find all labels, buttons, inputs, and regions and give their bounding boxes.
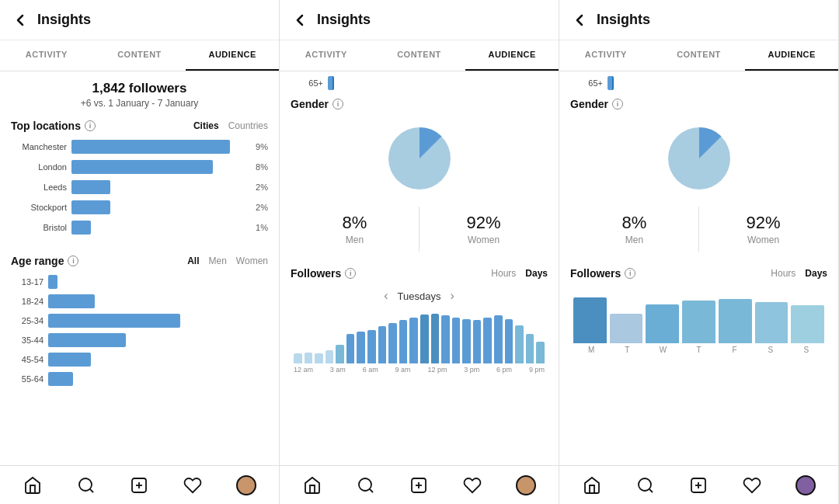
svg-point-12 xyxy=(639,478,651,491)
time-bar-4 xyxy=(336,345,344,364)
age-label-5: 55-64 xyxy=(11,374,44,384)
followers-activity-title-2: Followers i xyxy=(291,267,356,280)
bar-row-leeds: Leeds 2% xyxy=(11,180,268,194)
day-bar-F xyxy=(719,299,752,343)
home-icon-1[interactable] xyxy=(22,474,44,496)
panel-3: Insights ACTIVITY CONTENT AUDIENCE 65+ G… xyxy=(559,0,839,504)
women-pct-2: 92% xyxy=(420,213,548,233)
home-icon-2[interactable] xyxy=(301,474,323,496)
tab-activity-3[interactable]: ACTIVITY xyxy=(559,40,653,71)
women-tab[interactable]: Women xyxy=(236,255,268,266)
age-label-3: 35-44 xyxy=(11,335,44,345)
locations-title: Top locations i xyxy=(11,120,96,132)
content-2: 65+ Gender i 8% Men xyxy=(280,71,559,504)
heart-icon-2[interactable] xyxy=(461,474,483,496)
avatar-2[interactable] xyxy=(515,474,537,496)
content-3: 65+ Gender i 8% Men 92% xyxy=(559,71,838,504)
hours-tab-3[interactable]: Hours xyxy=(771,268,795,279)
age-header: Age range i All Men Women xyxy=(0,247,279,272)
tab-activity-2[interactable]: ACTIVITY xyxy=(280,40,373,71)
add-icon-3[interactable] xyxy=(688,474,709,496)
time-label-3: 9 am xyxy=(395,366,411,374)
days-tab-3[interactable]: Days xyxy=(805,268,827,279)
time-bar-11 xyxy=(409,318,418,364)
men-tab[interactable]: Men xyxy=(209,255,227,266)
followers-count: 1,842 followers xyxy=(11,81,268,96)
tab-activity-1[interactable]: ACTIVITY xyxy=(0,40,93,71)
gender-header-3: Gender i xyxy=(559,90,838,115)
day-bar-W xyxy=(646,304,679,343)
day-bars-3 xyxy=(570,289,827,343)
back-button-3[interactable] xyxy=(570,11,589,30)
tab-audience-2[interactable]: AUDIENCE xyxy=(465,40,559,71)
followers-activity-header-3: Followers i Hours Days xyxy=(559,259,838,284)
bar-pct-3: 2% xyxy=(256,203,268,212)
followers-activity-header-2: Followers i Hours Days xyxy=(280,259,559,284)
day-label-W: W xyxy=(645,346,681,354)
followers-info-icon-2[interactable]: i xyxy=(345,268,356,279)
home-icon-3[interactable] xyxy=(581,474,603,496)
age-row-0: 13-17 xyxy=(11,275,268,289)
day-bar-M xyxy=(573,297,607,344)
header-3: Insights xyxy=(559,0,838,40)
tab-audience-1[interactable]: AUDIENCE xyxy=(186,40,279,71)
tab-audience-3[interactable]: AUDIENCE xyxy=(745,40,838,71)
time-bar-16 xyxy=(462,319,471,363)
avatar-3[interactable] xyxy=(795,474,816,496)
age-row-4: 45-54 xyxy=(11,353,268,367)
bar-label-3: Stockport xyxy=(11,203,67,212)
time-bar-23 xyxy=(536,342,545,363)
panel-1: Insights ACTIVITY CONTENT AUDIENCE 1,842… xyxy=(0,0,280,504)
age-label-2: 25-34 xyxy=(11,316,44,325)
time-labels-2: 12 am 3 am 6 am 9 am 12 pm 3 pm 6 pm 9 p… xyxy=(291,363,548,374)
search-icon-1[interactable] xyxy=(75,474,97,496)
gender-info-icon-3[interactable]: i xyxy=(612,99,623,109)
followers-info-icon-3[interactable]: i xyxy=(625,268,635,279)
tab-content-2[interactable]: CONTENT xyxy=(373,40,466,71)
next-arrow-2[interactable]: › xyxy=(450,289,454,303)
gender-info-icon-2[interactable]: i xyxy=(332,99,343,109)
search-icon-2[interactable] xyxy=(355,474,377,496)
add-icon-1[interactable] xyxy=(128,474,150,496)
add-icon-2[interactable] xyxy=(408,474,430,496)
time-label-6: 6 pm xyxy=(496,366,512,374)
time-label-2: 6 am xyxy=(363,366,378,374)
cities-tab[interactable]: Cities xyxy=(193,120,219,131)
tab-content-3[interactable]: CONTENT xyxy=(653,40,746,71)
header-2: Insights xyxy=(280,0,559,40)
prev-arrow-2[interactable]: ‹ xyxy=(384,289,388,303)
back-button-2[interactable] xyxy=(291,11,309,30)
bar-pct-1: 8% xyxy=(256,162,268,172)
heart-icon-1[interactable] xyxy=(182,474,204,496)
nav-day-label-2: Tuesdays xyxy=(398,290,441,302)
locations-info-icon[interactable]: i xyxy=(85,120,96,131)
men-pct-2: 8% xyxy=(291,213,419,233)
day-label-M: M xyxy=(573,346,609,354)
heart-icon-3[interactable] xyxy=(741,474,763,496)
back-button-1[interactable] xyxy=(11,11,30,30)
age-partial: 65+ xyxy=(280,71,559,90)
days-tab-2[interactable]: Days xyxy=(525,268,548,279)
hours-tab-2[interactable]: Hours xyxy=(491,268,516,279)
avatar-1[interactable] xyxy=(235,474,257,496)
all-tab[interactable]: All xyxy=(187,255,199,266)
followers-activity-title-3: Followers i xyxy=(570,267,635,280)
time-bar-7 xyxy=(367,330,376,363)
bar-fill-2 xyxy=(71,180,110,194)
bar-label-0: Manchester xyxy=(11,142,67,151)
age-info-icon[interactable]: i xyxy=(68,255,78,266)
time-bar-19 xyxy=(494,315,503,363)
women-pct-3: 92% xyxy=(699,213,827,233)
countries-tab[interactable]: Countries xyxy=(228,120,268,131)
tab-content-1[interactable]: CONTENT xyxy=(93,40,186,71)
day-label-S2: S xyxy=(789,346,824,354)
gender-title-3: Gender i xyxy=(570,98,623,110)
age-bar-0 xyxy=(48,275,57,289)
page-title-2: Insights xyxy=(317,12,371,28)
followers-nav-2: ‹ Tuesdays › xyxy=(291,289,548,303)
header-1: Insights xyxy=(0,0,279,40)
bar-fill-0 xyxy=(71,140,230,154)
men-stat-2: 8% Men xyxy=(291,207,420,252)
time-bar-18 xyxy=(483,318,492,364)
search-icon-3[interactable] xyxy=(635,474,656,496)
